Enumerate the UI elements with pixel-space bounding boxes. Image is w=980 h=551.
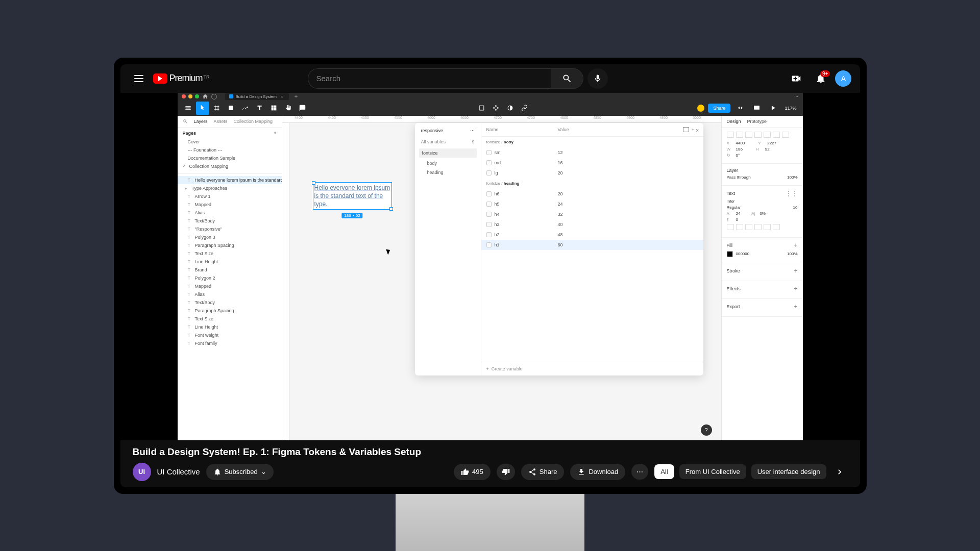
notifications-button[interactable]: 9+ (811, 68, 831, 89)
selected-text-frame[interactable]: Hello everyone lorem ipsum is the standa… (313, 182, 392, 210)
zoom-level[interactable]: 117% (782, 106, 798, 111)
design-tab[interactable]: Design (727, 119, 741, 124)
layer-item[interactable]: TBrand (178, 266, 282, 274)
present-button[interactable] (750, 102, 763, 115)
play-button[interactable] (766, 102, 779, 115)
menu-button[interactable] (129, 68, 149, 89)
fill-hex[interactable]: 000000 (736, 252, 750, 256)
prototype-tab[interactable]: Prototype (747, 119, 767, 124)
pen-tool[interactable] (239, 102, 252, 115)
font-size[interactable]: 16 (793, 205, 798, 210)
add-fill-button[interactable]: + (794, 242, 797, 249)
fill-opacity[interactable]: 100% (787, 252, 797, 256)
mask-tool[interactable] (503, 102, 517, 115)
layer-item[interactable]: TMapped (178, 201, 282, 209)
download-button[interactable]: Download (570, 464, 625, 480)
layer-item[interactable]: TAlias (178, 209, 282, 217)
channel-avatar[interactable]: UI (133, 463, 151, 481)
chip-from-channel[interactable]: From UI Collective (679, 464, 746, 479)
link-tool[interactable] (518, 102, 531, 115)
layer-item[interactable]: TText/Body (178, 217, 282, 225)
variable-subgroup[interactable]: body (419, 159, 477, 168)
recent-icon[interactable] (211, 94, 217, 99)
close-tab-button[interactable]: × (279, 94, 285, 99)
variable-row[interactable]: md16 (481, 158, 703, 168)
file-tab[interactable]: Build a Design System × (225, 93, 289, 100)
x-value[interactable]: 4400 (736, 141, 745, 145)
layer-group[interactable]: ▸Type Approaches (178, 184, 282, 192)
subscribe-button[interactable]: Subscribed ⌄ (206, 464, 274, 480)
dislike-button[interactable] (497, 464, 515, 480)
height-value[interactable]: 92 (765, 147, 770, 152)
resources-tool[interactable] (267, 102, 281, 115)
collection-selector[interactable]: responsive⋯ (419, 127, 477, 134)
move-tool[interactable] (196, 102, 209, 115)
variable-subgroup[interactable]: heading (419, 168, 477, 177)
layer-item[interactable]: TParagraph Spacing (178, 241, 282, 249)
variable-row[interactable]: h432 (481, 209, 703, 219)
share-button[interactable]: Share (521, 464, 565, 480)
add-effect-button[interactable]: + (794, 285, 797, 292)
layer-opacity[interactable]: 100% (787, 175, 797, 180)
assets-tab[interactable]: Assets (214, 119, 228, 124)
layer-item[interactable]: TLine Height (178, 258, 282, 266)
page-item[interactable]: Cover (183, 138, 277, 146)
align-controls[interactable] (727, 132, 798, 138)
like-button[interactable]: 495 (454, 464, 491, 480)
layer-item[interactable]: TLine Height (178, 323, 282, 331)
home-icon[interactable] (202, 93, 208, 99)
main-menu-button[interactable] (182, 102, 195, 115)
blend-mode[interactable]: Pass through (727, 175, 785, 180)
layer-item[interactable]: TFont family (178, 339, 282, 347)
rotation-value[interactable]: 0° (736, 153, 740, 158)
chip-topic[interactable]: User interface design (751, 464, 826, 479)
layer-item[interactable]: TAlias (178, 290, 282, 298)
search-icon[interactable] (183, 119, 188, 124)
add-export-button[interactable]: + (794, 303, 797, 310)
width-value[interactable]: 186 (736, 147, 743, 152)
component-tool[interactable] (489, 102, 502, 115)
help-button[interactable]: ? (701, 424, 712, 436)
search-input[interactable] (308, 68, 551, 89)
page-item[interactable]: Documentation Sample (183, 154, 277, 162)
create-variable-button[interactable]: +Create variable (481, 362, 703, 375)
align-tool[interactable] (475, 102, 488, 115)
chip-all[interactable]: All (654, 464, 674, 479)
variable-row[interactable]: h620 (481, 189, 703, 199)
dev-mode-button[interactable] (733, 102, 747, 115)
voice-search-button[interactable] (587, 68, 608, 89)
add-stroke-button[interactable]: + (794, 267, 797, 274)
layer-item[interactable]: TPolygon 2 (178, 274, 282, 282)
text-style-button[interactable]: ⋮⋮ (786, 190, 798, 197)
frame-tool[interactable] (210, 102, 224, 115)
comment-tool[interactable] (296, 102, 309, 115)
fill-color-chip[interactable] (727, 251, 733, 257)
layout-toggle-icon[interactable] (683, 127, 689, 132)
layer-item[interactable]: TArrow 1 (178, 192, 282, 201)
youtube-logo[interactable]: Premium TR (153, 73, 210, 84)
collaborator-avatar[interactable] (697, 104, 705, 112)
paragraph-spacing[interactable]: 0 (736, 217, 738, 222)
variable-group[interactable]: fontsize (419, 148, 477, 158)
channel-name[interactable]: UI Collective (157, 467, 200, 476)
search-button[interactable] (551, 68, 583, 89)
create-button[interactable] (786, 68, 806, 89)
shape-tool[interactable] (225, 102, 238, 115)
variable-row[interactable]: h160 (481, 240, 703, 250)
collection-mapping-tab[interactable]: Collection Mapping (234, 119, 273, 124)
all-variables-filter[interactable]: All variables 9 (419, 137, 477, 146)
add-page-button[interactable]: + (274, 131, 276, 136)
figma-canvas[interactable]: 4400445045004550460046504700475048004850… (282, 116, 721, 440)
variable-row[interactable]: h340 (481, 219, 703, 230)
layer-item[interactable]: T"Responsive" (178, 225, 282, 233)
variable-row[interactable]: lg20 (481, 168, 703, 178)
more-menu[interactable]: ⋯ (794, 94, 799, 99)
more-actions-button[interactable]: ⋯ (631, 464, 648, 480)
video-player[interactable]: Build a Design System × + ⋯ Share 117% (120, 93, 860, 440)
hand-tool[interactable] (282, 102, 295, 115)
layer-selected[interactable]: THello everyone lorem ipsum is the stand… (178, 176, 282, 184)
layer-item[interactable]: TFont weight (178, 331, 282, 339)
layer-item[interactable]: TMapped (178, 282, 282, 290)
share-button[interactable]: Share (708, 104, 730, 113)
layers-tab[interactable]: Layers (194, 119, 208, 124)
